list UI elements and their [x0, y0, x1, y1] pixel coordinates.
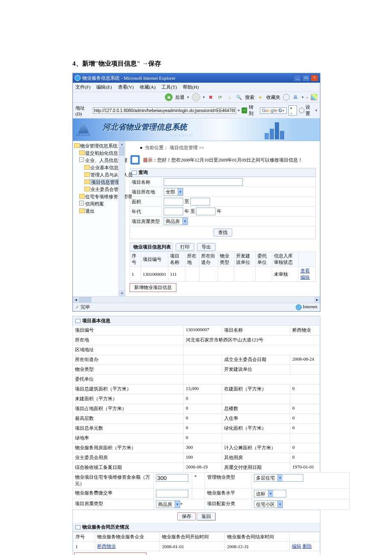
tree-item-corpinfo[interactable]: 企业基本信息 [74, 164, 124, 171]
hist-edit-link[interactable]: 编辑 [292, 543, 301, 549]
tip-icon [130, 155, 140, 165]
label-occ: 入住率 [222, 413, 290, 424]
history-table: 序号 物业服务物业服务企业 物业服务合同开始时间 物业服务合同结束时间 1 桥西… [73, 532, 320, 551]
settings-button[interactable]: 设置▾ [299, 104, 317, 117]
label-unbuilt: 未建面积（平方米） [72, 394, 184, 404]
label-ptype: 物业类型 [72, 364, 184, 375]
col-code: 项目编号 [141, 252, 168, 267]
go-label[interactable]: 转到 [249, 104, 258, 117]
col-dev: 开发建设单位 [234, 252, 256, 267]
export-button[interactable]: 导出 [197, 243, 216, 251]
new-project-button[interactable]: 新增物业项目信息 [130, 283, 176, 292]
input-feerate[interactable] [156, 490, 188, 497]
stop-icon[interactable]: ✖ [208, 94, 214, 101]
nav-tree: 物业管理信息系统 提交初始化信息 企业、人员信息管理 企业基本信息 管理人员与从… [73, 141, 125, 296]
search-label[interactable]: 搜索 [245, 94, 254, 101]
select-location[interactable]: 全部▾ [164, 188, 183, 196]
back-button2[interactable]: 返回 [197, 512, 216, 520]
hist-corp-link[interactable]: 桥西物业 [97, 543, 116, 549]
label-greenr: 绿地率 [72, 433, 184, 443]
print-icon[interactable]: 🖶 [292, 94, 299, 101]
project-list-table: 序号 项目编号 项目名称 所在地 所在街道办 物业类型 开发建设单位 委托单位 … [130, 251, 316, 282]
ie-menubar: 文件(F) 编辑(E) 查看(V) 收藏(A) 工具(T) 帮助(H) [73, 83, 320, 92]
menu-edit[interactable]: 编辑(E) [96, 84, 112, 90]
input-area-from[interactable] [164, 198, 183, 205]
links-dropdown[interactable]: ▾ » [288, 105, 297, 116]
history-icon[interactable] [283, 94, 290, 101]
maximize-button[interactable]: ▭ [302, 75, 310, 81]
select-mgmt-type[interactable]: 多层住宅▾ [254, 474, 303, 482]
tree-item-committee[interactable]: 业主委员会管理 [74, 186, 124, 193]
tree-item-staff[interactable]: 管理人员与从业人员 [74, 171, 124, 179]
back-label[interactable]: 后退 [175, 94, 184, 101]
col-idx: 序号 [130, 252, 141, 267]
tree-item-fund[interactable]: 住宅专项维修资金管理 [74, 193, 124, 200]
label-dev: 开发建设单位 [222, 364, 290, 375]
tree-item-project[interactable]: 项目信息管理 [74, 179, 124, 186]
label-acceptdate: 综合验收竣工备案日期 [72, 462, 184, 473]
horizontal-scrollbar[interactable]: ◂▸ [73, 296, 320, 303]
close-button[interactable]: × [311, 75, 318, 81]
tree-root[interactable]: 物业管理信息系统 [74, 142, 124, 150]
row-edit-link[interactable]: 编辑 [300, 275, 310, 280]
label-house: 项目房屋类型 [72, 499, 154, 510]
tree-item-corp[interactable]: 企业、人员信息管理 [74, 157, 124, 164]
favorites-icon[interactable]: ★ [257, 94, 264, 101]
doc-section-title: 4、新增"物业项目信息" →保存 [72, 60, 320, 68]
input-year-from[interactable] [164, 208, 183, 215]
select-house[interactable]: 商品房▾ [156, 500, 180, 508]
toolbar-more[interactable]: » [306, 95, 308, 99]
forward-button[interactable] [192, 93, 200, 101]
input-fund[interactable] [156, 474, 188, 482]
tree-item-credit[interactable]: 信用档案 [74, 200, 124, 208]
go-button[interactable]: → [242, 107, 248, 113]
table-row: 1 1301000001 111 未审核 查看 编辑 [130, 267, 316, 282]
select-svclvl[interactable]: 达标▾ [254, 490, 286, 497]
query-form: 项目名称 项目所在地全部▾ 面积 至 年代 年 至 年 项目房屋类型商品房▾ [130, 177, 316, 226]
tree-scrollbar[interactable]: ▴▾ [118, 141, 125, 296]
menu-fav[interactable]: 收藏(A) [140, 84, 156, 90]
home-icon[interactable]: ⌂ [226, 94, 233, 101]
refresh-icon[interactable]: ⟳ [217, 94, 224, 101]
print-button[interactable]: 打印 [176, 243, 194, 251]
hcol-start: 物业服务合同开始时间 [160, 532, 225, 542]
menu-file[interactable]: 文件(F) [75, 84, 90, 90]
select-cfg[interactable]: 住宅小区▾ [254, 500, 283, 508]
menu-view[interactable]: 查看(V) [118, 84, 134, 90]
app-logo: HEBASH [76, 121, 91, 137]
label-green: 绿化面积（平方米） [222, 423, 290, 434]
minimize-button[interactable]: _ [294, 75, 301, 81]
form-header-basic: 项目基本信息 [73, 316, 320, 326]
history-row: 1 桥西物业 2008-01-01 2008-12-31 编辑 删除 [73, 542, 320, 551]
back-button[interactable]: ◄ [165, 93, 173, 101]
list-panel-header: 物业项目信息列表 [130, 243, 173, 251]
google-toolbar[interactable]: Google G▾ [260, 107, 287, 114]
hist-del-link[interactable]: 删除 [303, 543, 312, 549]
col-owner: 委托单位 [256, 252, 272, 267]
row-view-link[interactable]: 查看 [300, 268, 310, 273]
menu-help[interactable]: 帮助(H) [183, 84, 199, 90]
hcol-idx: 序号 [73, 532, 95, 542]
breadcrumb: ● 当前位置： 项目信息管理 >> [140, 145, 316, 151]
col-name: 项目名称 [168, 252, 185, 267]
label-region: 区域地址 [72, 345, 184, 355]
search-button[interactable]: 查找 [213, 228, 232, 237]
tree-item-init[interactable]: 提交初始化信息 [74, 150, 124, 157]
gear-icon [299, 107, 305, 113]
label-owner: 委托单位 [72, 374, 184, 384]
save-button[interactable]: 保存 [177, 512, 196, 520]
label-maxfl: 最高层数 [72, 413, 184, 424]
new-history-button[interactable]: 新增物业服务合同历史情况 [74, 552, 147, 555]
select-housetype[interactable]: 商品房▾ [164, 217, 188, 225]
label-feerate: 物业服务费缴交率 [72, 488, 154, 499]
tree-item-exit[interactable]: 退出 [74, 208, 124, 215]
label-building: 在建面积（平方米） [222, 384, 290, 394]
address-input[interactable] [93, 107, 236, 114]
search-icon[interactable]: 🔍 [236, 94, 242, 101]
input-area-to[interactable] [190, 198, 210, 205]
input-project-name[interactable] [164, 178, 243, 186]
favorites-label[interactable]: 收藏夹 [266, 94, 280, 101]
menu-tools[interactable]: 工具(T) [161, 84, 177, 90]
ie-addressbar: 地址(D) ▾ →转到 Google G▾ ▾ » 设置▾ [73, 103, 320, 119]
input-year-to[interactable] [196, 208, 216, 215]
